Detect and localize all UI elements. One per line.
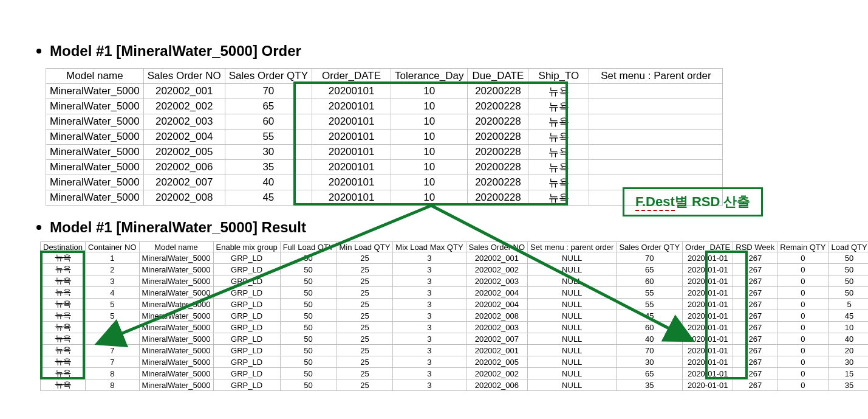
result-cell: 25 <box>337 264 393 275</box>
result-cell: 뉴욕 <box>41 345 86 356</box>
table-row: 뉴욕2MineralWater_5000GRP_LD50253202002_00… <box>41 264 869 275</box>
result-cell: GRP_LD <box>213 379 280 391</box>
order-cell: MineralWater_5000 <box>46 175 144 190</box>
result-cell: 25 <box>337 252 393 264</box>
result-cell: 70 <box>617 345 683 356</box>
result-cell: 3 <box>393 310 466 322</box>
result-cell: 2020-01-01 <box>683 356 733 368</box>
result-th: Min Load QTY <box>337 242 393 252</box>
order-cell: 20200228 <box>468 130 528 145</box>
result-cell: NULL <box>528 333 617 345</box>
result-cell: 35 <box>829 379 868 391</box>
order-cell: 20200101 <box>312 160 391 175</box>
order-cell: 뉴욕 <box>528 130 589 145</box>
result-cell: 25 <box>337 287 393 299</box>
result-cell: 10 <box>829 322 868 333</box>
result-cell: 0 <box>777 252 829 264</box>
result-cell: 50 <box>280 322 337 333</box>
result-cell: 0 <box>777 322 829 333</box>
result-cell: 267 <box>733 287 777 299</box>
result-cell: 2020-01-01 <box>683 333 733 345</box>
table-row: 뉴욕5MineralWater_5000GRP_LD50253202002_00… <box>41 299 869 310</box>
result-cell: NULL <box>528 379 617 391</box>
result-cell: 25 <box>337 275 393 287</box>
result-cell: 뉴욕 <box>41 310 86 322</box>
table-row: 뉴욕8MineralWater_5000GRP_LD50253202002_00… <box>41 368 869 379</box>
result-cell: 25 <box>337 322 393 333</box>
result-cell: 267 <box>733 368 777 379</box>
result-cell: 0 <box>777 379 829 391</box>
order-cell: 65 <box>225 99 312 114</box>
result-cell: 0 <box>777 299 829 310</box>
result-cell: 뉴욕 <box>41 322 86 333</box>
result-th: Destination <box>41 242 86 252</box>
result-cell: 40 <box>829 333 868 345</box>
order-cell: 20200228 <box>468 160 528 175</box>
result-cell: 2020-01-01 <box>683 264 733 275</box>
order-cell: MineralWater_5000 <box>46 130 144 145</box>
result-cell: 3 <box>393 252 466 264</box>
order-cell: 뉴욕 <box>528 145 589 160</box>
table-row: MineralWater_5000202002_0036020200101102… <box>46 114 723 130</box>
result-cell: 202002_001 <box>466 345 527 356</box>
order-cell: 35 <box>225 160 312 175</box>
order-cell <box>589 114 723 130</box>
order-cell: 20200228 <box>468 84 528 99</box>
result-cell: 3 <box>393 299 466 310</box>
result-cell: 202002_002 <box>466 368 527 379</box>
result-th: Mix Load Max QTY <box>393 242 466 252</box>
order-cell: 뉴욕 <box>528 84 589 99</box>
table-row: 뉴욕6MineralWater_5000GRP_LD50253202002_00… <box>41 333 869 345</box>
result-table: Destination Container NO Model name Enab… <box>40 241 868 391</box>
result-cell: 202002_004 <box>466 299 527 310</box>
result-cell: GRP_LD <box>213 287 280 299</box>
result-cell: 50 <box>280 333 337 345</box>
order-cell: 40 <box>225 175 312 190</box>
result-cell: 뉴욕 <box>41 252 86 264</box>
result-cell: 202002_004 <box>466 287 527 299</box>
table-row: MineralWater_5000202002_0084520200101102… <box>46 190 723 206</box>
table-row: 뉴욕6MineralWater_5000GRP_LD50253202002_00… <box>41 322 869 333</box>
result-cell: 0 <box>777 310 829 322</box>
order-cell: 20200228 <box>468 190 528 206</box>
order-cell: MineralWater_5000 <box>46 145 144 160</box>
result-cell: 267 <box>733 264 777 275</box>
result-cell: 202002_001 <box>466 252 527 264</box>
result-cell: 50 <box>280 368 337 379</box>
result-cell: 2020-01-01 <box>683 252 733 264</box>
result-cell: 50 <box>280 310 337 322</box>
result-cell: 30 <box>617 356 683 368</box>
result-cell: 45 <box>617 310 683 322</box>
order-cell: 뉴욕 <box>528 114 589 130</box>
result-cell: 1 <box>86 252 139 264</box>
order-cell: 뉴욕 <box>528 175 589 190</box>
order-cell: 60 <box>225 114 312 130</box>
result-cell: 55 <box>617 287 683 299</box>
order-cell: 20200101 <box>312 99 391 114</box>
result-cell: NULL <box>528 345 617 356</box>
order-table-header-row: Model name Sales Order NO Sales Order QT… <box>46 69 723 84</box>
result-cell: 50 <box>829 252 868 264</box>
order-cell: 70 <box>225 84 312 99</box>
order-cell: 10 <box>391 160 468 175</box>
result-cell: 5 <box>829 299 868 310</box>
result-cell: MineralWater_5000 <box>139 264 213 275</box>
result-cell: MineralWater_5000 <box>139 299 213 310</box>
result-cell: MineralWater_5000 <box>139 333 213 345</box>
result-cell: 50 <box>280 275 337 287</box>
result-cell: MineralWater_5000 <box>139 322 213 333</box>
order-cell: 뉴욕 <box>528 99 589 114</box>
result-cell: 2020-01-01 <box>683 379 733 391</box>
result-cell: MineralWater_5000 <box>139 287 213 299</box>
order-cell: 20200101 <box>312 175 391 190</box>
order-cell: 20200228 <box>468 99 528 114</box>
result-cell: MineralWater_5000 <box>139 345 213 356</box>
result-cell: 2020-01-01 <box>683 322 733 333</box>
order-cell: 10 <box>391 99 468 114</box>
result-cell: 50 <box>280 379 337 391</box>
order-th: Due_DATE <box>468 69 528 84</box>
order-cell <box>589 145 723 160</box>
callout-fdest-rsd: F.Dest별 RSD 산출 <box>623 187 763 216</box>
result-cell: 3 <box>393 287 466 299</box>
result-th: Remain QTY <box>777 242 829 252</box>
